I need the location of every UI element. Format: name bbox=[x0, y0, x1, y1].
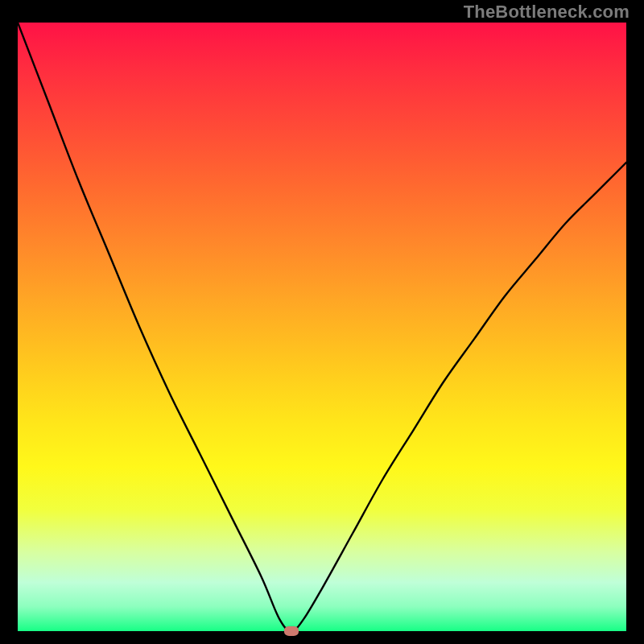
curve-svg bbox=[18, 23, 626, 631]
bottleneck-curve bbox=[18, 23, 626, 631]
chart-frame: TheBottleneck.com bbox=[0, 0, 644, 644]
plot-area bbox=[18, 23, 626, 631]
watermark-text: TheBottleneck.com bbox=[464, 2, 630, 23]
optimum-marker bbox=[284, 626, 299, 636]
